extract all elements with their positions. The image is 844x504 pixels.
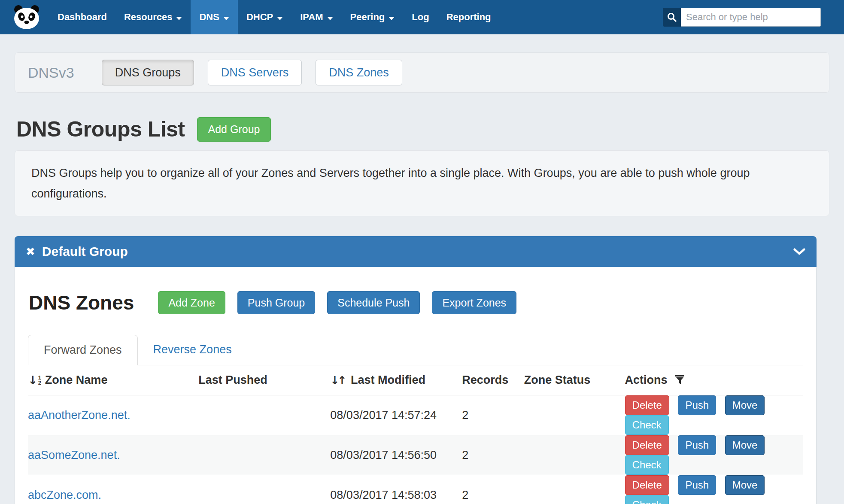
groups-description-box: DNS Groups help you to organize all of y… [15,150,829,216]
nav-dashboard-label: Dashboard [58,12,107,23]
export-zones-button[interactable]: Export Zones [432,291,516,314]
nav-log-label: Log [412,12,429,23]
nav-peering[interactable]: Peering [342,0,404,34]
col-actions: Actions [625,365,803,395]
nav-peering-label: Peering [350,12,385,23]
push-zone-button[interactable]: Push [678,475,716,495]
navbar-search [663,8,821,27]
last-pushed-cell [198,475,330,504]
col-records-label: Records [462,373,508,387]
zone-name-link[interactable]: aaAnotherZone.net. [28,409,131,422]
dns-zones-button[interactable]: DNS Zones [316,60,402,85]
check-zone-button[interactable]: Check [625,415,669,435]
zone-name-link[interactable]: aaSomeZone.net. [28,449,120,461]
provision-panda-logo[interactable] [10,0,43,34]
col-last-modified-label: Last Modified [351,373,425,387]
push-zone-button[interactable]: Push [678,395,716,415]
group-panel-header[interactable]: ✖ Default Group [15,236,817,267]
check-zone-button[interactable]: Check [625,495,669,504]
table-row: abcZone.com. 08/03/2017 14:58:03 2 Delet… [28,475,803,504]
panda-icon [13,5,40,30]
last-modified-cell: 08/03/2017 14:58:03 [330,475,462,504]
zones-tabs: Forward Zones Reverse Zones [28,335,803,365]
search-icon [667,12,677,22]
chevron-down-icon [793,248,805,255]
group-title: Default Group [42,244,128,259]
nav-dhcp[interactable]: DHCP [238,0,291,34]
add-zone-button[interactable]: Add Zone [158,291,225,314]
nav-dashboard[interactable]: Dashboard [49,0,115,34]
last-modified-cell: 08/03/2017 14:57:24 [330,395,462,435]
search-button[interactable] [663,8,681,27]
push-group-button[interactable]: Push Group [237,291,315,314]
nav-reporting-label: Reporting [446,12,491,23]
last-modified-cell: 08/03/2017 14:56:50 [330,435,462,475]
caret-down-icon [389,17,395,20]
nav-resources-label: Resources [124,12,173,23]
col-records[interactable]: Records [462,365,524,395]
check-zone-button[interactable]: Check [625,455,669,475]
move-zone-button[interactable]: Move [725,435,765,455]
group-panel-body: DNS Zones Add Zone Push Group Schedule P… [15,267,817,504]
page-title: DNS Groups List [16,117,185,142]
caret-down-icon [327,17,333,20]
nav-ipam[interactable]: IPAM [291,0,341,34]
groups-description-text: DNS Groups help you to organize all of y… [31,167,750,200]
records-cell: 2 [462,395,524,435]
nav-reporting[interactable]: Reporting [438,0,500,34]
delete-zone-button[interactable]: Delete [625,435,669,455]
dns-groups-button[interactable]: DNS Groups [102,60,194,85]
dns-zones-heading: DNS Zones [29,291,134,314]
caret-down-icon [176,17,182,20]
default-group-panel: ✖ Default Group DNS Zones Add Zone Push … [15,236,817,504]
remove-group-icon[interactable]: ✖ [26,246,35,257]
table-header-row: ↓ 1 2 Zone Name Last Pushed [28,365,803,395]
zones-toolbar: DNS Zones Add Zone Push Group Schedule P… [29,291,803,314]
zones-table: ↓ 1 2 Zone Name Last Pushed [28,365,803,504]
dnsv3-subnav: DNSv3 DNS Groups DNS Servers DNS Zones [15,52,829,93]
caret-down-icon [223,17,229,20]
sort-numeric-asc-icon: ↓ 1 2 [28,374,41,386]
filter-funnel-icon[interactable] [675,375,685,385]
nav-dns-label: DNS [199,12,219,23]
table-row: aaSomeZone.net. 08/03/2017 14:56:50 2 De… [28,435,803,475]
collapse-panel-control[interactable] [793,248,805,255]
top-navbar: Dashboard Resources DNS DHCP IPAM Peerin… [0,0,844,34]
dnsv3-label: DNSv3 [28,64,74,81]
add-group-button[interactable]: Add Group [197,117,271,142]
zone-status-cell [524,395,625,435]
nav-dhcp-label: DHCP [246,12,273,23]
records-cell: 2 [462,475,524,504]
col-zone-name-label: Zone Name [45,373,108,387]
col-zone-status-label: Zone Status [524,373,591,387]
tab-forward-zones[interactable]: Forward Zones [28,335,138,365]
move-zone-button[interactable]: Move [725,395,765,415]
nav-resources[interactable]: Resources [115,0,191,34]
col-actions-label: Actions [625,373,668,387]
page-header: DNS Groups List Add Group [16,117,829,142]
tab-reverse-zones[interactable]: Reverse Zones [138,335,247,365]
nav-dns[interactable]: DNS [191,0,237,34]
zone-status-cell [524,435,625,475]
col-last-pushed-label: Last Pushed [198,373,267,387]
zone-status-cell [524,475,625,504]
last-pushed-cell [198,395,330,435]
zone-name-link[interactable]: abcZone.com. [28,489,101,501]
move-zone-button[interactable]: Move [725,475,765,495]
last-pushed-cell [198,435,330,475]
col-zone-name[interactable]: ↓ 1 2 Zone Name [28,365,198,395]
nav-log[interactable]: Log [403,0,437,34]
sort-updown-icon: ↓ ↑ [330,375,347,386]
col-last-pushed[interactable]: Last Pushed [198,365,330,395]
schedule-push-button[interactable]: Schedule Push [327,291,420,314]
delete-zone-button[interactable]: Delete [625,395,669,415]
dns-servers-button[interactable]: DNS Servers [208,60,302,85]
nav-ipam-label: IPAM [300,12,323,23]
push-zone-button[interactable]: Push [678,435,716,455]
search-input[interactable] [681,8,821,27]
col-last-modified[interactable]: ↓ ↑ Last Modified [330,365,462,395]
delete-zone-button[interactable]: Delete [625,475,669,495]
main-nav: Dashboard Resources DNS DHCP IPAM Peerin… [49,0,500,34]
caret-down-icon [277,17,283,20]
col-zone-status[interactable]: Zone Status [524,365,625,395]
